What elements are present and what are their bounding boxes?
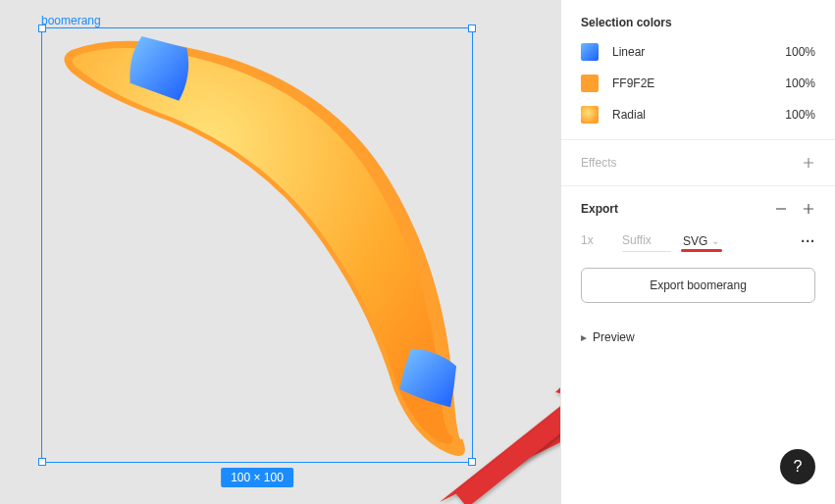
color-name: Linear: [612, 45, 771, 59]
export-format-select[interactable]: SVG ⌄: [683, 234, 719, 248]
add-effect-button[interactable]: [802, 156, 815, 170]
canvas-area[interactable]: boomerang 100 × 100: [0, 0, 560, 504]
swatch-radial-icon[interactable]: [581, 106, 599, 124]
chevron-down-icon: ⌄: [711, 235, 719, 246]
export-more-button[interactable]: ···: [801, 233, 815, 249]
color-opacity: 100%: [785, 108, 815, 122]
export-section: Export 1x Suffix SVG ⌄ ··· Export boomer…: [561, 186, 835, 319]
color-opacity: 100%: [785, 76, 815, 90]
swatch-linear-icon[interactable]: [581, 43, 599, 61]
dimensions-badge: 100 × 100: [221, 468, 293, 487]
caret-right-icon: ▸: [581, 330, 587, 344]
color-row-solid[interactable]: FF9F2E 100%: [581, 75, 815, 92]
preview-label: Preview: [593, 330, 635, 344]
export-scale-select[interactable]: 1x: [581, 229, 610, 252]
color-opacity: 100%: [785, 45, 815, 59]
preview-section[interactable]: ▸ Preview: [561, 319, 835, 360]
export-suffix-input[interactable]: Suffix: [622, 229, 671, 252]
inspector-sidebar: Selection colors Linear 100% FF9F2E 100%…: [560, 0, 835, 504]
annotation-underline-icon: [681, 249, 722, 252]
export-format-label: SVG: [683, 234, 707, 248]
add-export-button[interactable]: [802, 202, 815, 216]
help-button[interactable]: ?: [780, 449, 815, 484]
boomerang-shape[interactable]: [42, 28, 472, 462]
color-row-linear[interactable]: Linear 100%: [581, 43, 815, 61]
export-title: Export: [581, 202, 618, 216]
export-button[interactable]: Export boomerang: [581, 268, 815, 303]
swatch-solid-icon[interactable]: [581, 75, 599, 92]
selection-colors-section: Selection colors Linear 100% FF9F2E 100%…: [561, 0, 835, 140]
color-row-radial[interactable]: Radial 100%: [581, 106, 815, 124]
effects-section: Effects: [561, 140, 835, 186]
color-name: Radial: [612, 108, 771, 122]
color-name: FF9F2E: [612, 76, 771, 90]
export-settings-row: 1x Suffix SVG ⌄ ···: [581, 229, 815, 252]
remove-export-button[interactable]: [774, 202, 788, 216]
selection-colors-title: Selection colors: [581, 16, 815, 29]
effects-title: Effects: [581, 156, 616, 170]
selection-box[interactable]: 100 × 100: [41, 27, 473, 463]
selection-label: boomerang: [41, 14, 101, 27]
